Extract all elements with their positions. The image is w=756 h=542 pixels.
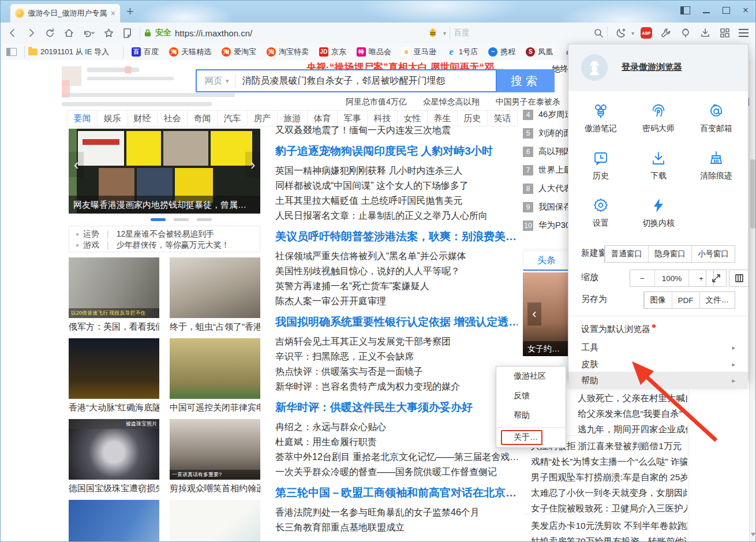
rank-item[interactable]: 10 华为P30: [523, 220, 573, 231]
news-carousel[interactable]: 网友曝香港漫画家内地捞钱却挺暴徒，曾属… ‹ ›: [69, 129, 260, 214]
forward-button[interactable]: [26, 28, 36, 38]
bookmark-folder[interactable]: 20191101 从 IE 导入: [28, 47, 109, 57]
sidebar-toggle-icon[interactable]: [6, 48, 17, 56]
news-photo-card[interactable]: 一直讲真话有多重要? 剪掉观众嘲笑首相约翰逊镜…: [170, 419, 260, 495]
main-menu-button[interactable]: [739, 29, 748, 37]
headline-item[interactable]: 杜庭斌：用生命履行职责: [275, 436, 518, 448]
carousel-next-icon[interactable]: ›: [245, 152, 260, 177]
rank-item[interactable]: 6 高以翔因: [523, 146, 573, 157]
rank-item[interactable]: 7 世界上最: [523, 165, 573, 175]
news-photo-card[interactable]: 务院台…务办公: [69, 500, 159, 542]
bookmark-item[interactable]: S 凤凰: [526, 47, 553, 57]
headline-item[interactable]: 我国拟明确系统重要性银行认定依据 增强认定透…: [275, 315, 518, 329]
right-news-item[interactable]: 人致死亡，父亲在村里大喊自己杀人: [578, 393, 687, 404]
avatar[interactable]: [581, 54, 608, 81]
address-bar[interactable]: 安全 https://i.maxthon.cn/: [144, 28, 398, 38]
headline-item[interactable]: 英国一精神病嫌犯刚刚获释 几小时内连杀三人: [275, 165, 518, 177]
news-photo-card[interactable]: 香港“大动脉”红磡海底隧…: [69, 338, 159, 414]
bookmark-item[interactable]: 特 唯品会: [357, 47, 391, 57]
right-news-item[interactable]: 男子围观坠车打捞崩溃:车是自家的 25岁儿子溺亡: [531, 472, 687, 483]
right-news-item[interactable]: 给父亲发来信息“我要自杀”: [578, 408, 687, 420]
headline-item[interactable]: 吉炳轩会见土耳其正义与发展党干部考察团: [275, 335, 518, 347]
news-tab[interactable]: 要闻: [67, 111, 97, 126]
headline-item[interactable]: 长三角教育部重点基地联盟成立: [275, 521, 518, 533]
news-photo-card[interactable]: 以20倍音速飞行 现役反导拦不住 俄军方：美国，看看我们的…: [69, 257, 159, 334]
headline-item[interactable]: 第三轮中国－欧盟工商领袖和前高官对话在北京…: [275, 485, 518, 500]
new-window-option-button[interactable]: 小号窗口: [691, 246, 735, 262]
quick-link-item[interactable]: 游戏 ｜ 少年群侠传，等你赢万元大奖！: [76, 240, 253, 251]
new-window-option-button[interactable]: 普通窗口: [605, 246, 648, 262]
news-tab[interactable]: 娱乐: [97, 111, 127, 126]
headline-item[interactable]: 香港法院判处一名参与旺角暴乱的女子监禁46个月: [275, 506, 518, 518]
rank-item[interactable]: 9 我国保存: [523, 201, 573, 212]
headline-item[interactable]: 美议员呼吁特朗普签涉港法案，耿爽：别浪费美…: [275, 229, 518, 244]
close-window-button[interactable]: ×: [743, 5, 748, 16]
headline-item[interactable]: 英警方再逮捕一名“死亡货车”案嫌疑人: [275, 280, 518, 292]
about-item-highlighted[interactable]: 关于…: [501, 430, 542, 445]
engine-chevron-icon[interactable]: ▾: [226, 77, 229, 85]
tools-item[interactable]: 工具 ▸: [568, 339, 748, 356]
headline-item[interactable]: 美国性别歧视触目惊心，说好的人人平等呢？: [275, 265, 518, 277]
help-item[interactable]: 帮助 ▸: [568, 372, 748, 389]
carousel-prev-icon[interactable]: ‹: [69, 152, 84, 177]
split-screen-button[interactable]: [729, 270, 750, 287]
fullscreen-button[interactable]: [706, 270, 727, 287]
bookmark-item[interactable]: ~ 携程: [488, 47, 515, 57]
menu-item-history[interactable]: 历史: [572, 143, 630, 188]
save-as-option-button[interactable]: 图像: [644, 292, 672, 308]
menu-item-notes[interactable]: 傲游笔记: [572, 95, 630, 140]
news-photo-card[interactable]: 被盗珠宝照片 德国国宝级珠宝遭窃损失或…: [69, 419, 159, 495]
right-news-item[interactable]: 姑娘卖房筹70万给男友投资，转账前他说：快报警: [531, 536, 687, 542]
back-button[interactable]: [8, 28, 18, 38]
headline-item[interactable]: 辛识平：扫黑除恶，正义不会缺席: [275, 350, 518, 362]
menu-item-password-master[interactable]: 密码大师: [630, 95, 687, 140]
hot-word[interactable]: 众星悼念高以翔: [423, 97, 480, 107]
search-engine-select[interactable]: 网页: [205, 76, 222, 87]
submenu-item[interactable]: 帮助: [496, 406, 566, 425]
quick-search-box[interactable]: 百度: [454, 28, 604, 38]
rank-item[interactable]: 5 刘涛的面: [523, 128, 573, 139]
browser-tab[interactable]: 傲游今日_傲游用户专属的 ×: [10, 3, 121, 23]
favorites-star-button[interactable]: [103, 28, 114, 39]
downloads-icon[interactable]: [699, 27, 711, 39]
bookmark-item[interactable]: 淘 爱淘宝: [222, 47, 256, 57]
minimize-button[interactable]: [703, 12, 710, 13]
bookmark-item[interactable]: a 亚马逊: [402, 47, 436, 57]
right-news-item[interactable]: 女子住院被殴致死：卫健局介入三医护人员被拘: [531, 503, 687, 514]
search-icon[interactable]: [593, 28, 604, 38]
adblock-plus-icon[interactable]: ABP: [641, 27, 652, 39]
news-photo-card[interactable]: 中国可遥控关闭菲律宾电网…: [170, 338, 260, 414]
news-tab[interactable]: 财经: [127, 111, 157, 126]
toutiao-prev-icon[interactable]: ‹: [527, 302, 541, 326]
bookmark-item[interactable]: 百 百度: [132, 47, 159, 57]
right-news-item[interactable]: 戏精“处长”为博女主播一个“么么哒” 诈骗两百万: [531, 456, 687, 468]
right-news-item[interactable]: 逃九年，期间开四家企业成亿万富翁: [578, 424, 687, 435]
page-search-box[interactable]: 网页 ▾ 消防员凌晨破门救自杀女子，邻居被吵醒开门埋怨: [196, 69, 497, 92]
menu-item-magic-mail[interactable]: 百变邮箱: [687, 95, 745, 140]
rank-item[interactable]: 4 46岁周迅: [523, 109, 573, 120]
news-tab[interactable]: 社会: [157, 111, 187, 126]
headline-item[interactable]: 又双叒叕地震了！缅甸一天内连发三次地震: [275, 124, 518, 136]
submenu-item[interactable]: 傲游社区: [496, 367, 566, 386]
boss-key-icon[interactable]: [680, 6, 690, 14]
bookmark-item[interactable]: JD 京东: [319, 47, 346, 57]
headline-item[interactable]: 新华时评：岂容名贵特产成为权力变现的媒介: [275, 380, 518, 393]
resource-sniffer-icon[interactable]: [680, 27, 691, 39]
headline-item[interactable]: 一次关乎群众冷暖的督查——国务院供暖工作督查侧记: [275, 466, 518, 478]
new-window-option-button[interactable]: 隐身窗口: [648, 246, 691, 262]
login-link[interactable]: 登录傲游浏览器: [622, 62, 682, 73]
undo-close-button[interactable]: [83, 28, 95, 38]
rank-item[interactable]: 8 人大代表: [523, 183, 573, 194]
bookmark-item[interactable]: 淘 淘宝特卖: [267, 47, 309, 57]
news-photo-card[interactable]: 终于，蛆虫“占领了”香港…: [170, 257, 260, 334]
skin-item[interactable]: 皮肤 ▸: [568, 356, 748, 373]
news-tab[interactable]: 汽车: [217, 111, 247, 126]
carousel-caption[interactable]: 网友曝香港漫画家内地捞钱却挺暴徒，曾属…: [69, 196, 260, 214]
save-as-option-button[interactable]: PDF: [672, 292, 699, 308]
maxthon-bee-icon[interactable]: [426, 27, 439, 39]
headline-item[interactable]: 社保领域严重失信将被列入“黑名单”并公示媒体: [275, 250, 518, 262]
menu-item-switch-engine[interactable]: 切换内核: [630, 190, 687, 235]
headline-item[interactable]: 冉绍之：永远与群众心贴心: [275, 421, 518, 433]
headline-item[interactable]: 陈杰人案一审公开开庭审理: [275, 295, 518, 307]
scrollbar-thumb[interactable]: [750, 159, 755, 229]
